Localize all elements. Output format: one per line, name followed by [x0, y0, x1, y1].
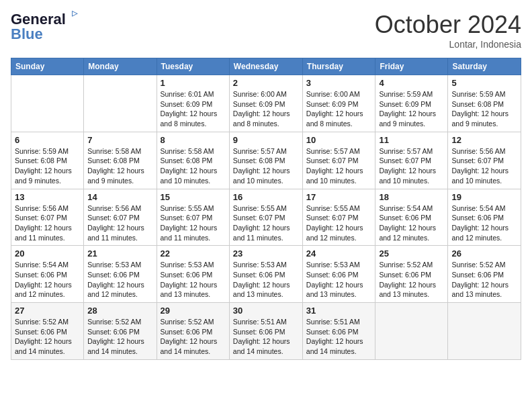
day-info: Sunrise: 5:56 AMSunset: 6:07 PMDaylight:… — [87, 203, 152, 243]
page-header: General ▹ Blue October 2024 Lontar, Indo… — [11, 11, 521, 50]
logo-bird-icon: ▹ — [72, 5, 78, 20]
day-info: Sunrise: 5:58 AMSunset: 6:08 PMDaylight:… — [161, 146, 226, 186]
col-header-sunday: Sunday — [11, 58, 84, 75]
day-number: 2 — [233, 78, 299, 88]
calendar-cell: 31Sunrise: 5:51 AMSunset: 6:06 PMDayligh… — [302, 303, 375, 360]
calendar-header-row: SundayMondayTuesdayWednesdayThursdayFrid… — [11, 58, 521, 75]
day-info: Sunrise: 5:53 AMSunset: 6:06 PMDaylight:… — [161, 260, 226, 300]
calendar-cell: 20Sunrise: 5:54 AMSunset: 6:06 PMDayligh… — [11, 246, 84, 303]
day-number: 21 — [87, 248, 152, 259]
logo-general: General — [11, 11, 66, 28]
day-info: Sunrise: 6:00 AMSunset: 6:09 PMDaylight:… — [306, 89, 372, 129]
day-number: 19 — [451, 192, 517, 202]
day-number: 28 — [87, 306, 152, 316]
calendar-cell: 25Sunrise: 5:52 AMSunset: 6:06 PMDayligh… — [375, 246, 448, 303]
logo: General ▹ Blue — [11, 11, 66, 43]
calendar-cell: 22Sunrise: 5:53 AMSunset: 6:06 PMDayligh… — [157, 246, 229, 303]
day-info: Sunrise: 5:51 AMSunset: 6:06 PMDaylight:… — [306, 317, 372, 357]
calendar-cell: 12Sunrise: 5:56 AMSunset: 6:07 PMDayligh… — [448, 132, 521, 189]
col-header-friday: Friday — [375, 58, 448, 75]
calendar-cell: 19Sunrise: 5:54 AMSunset: 6:06 PMDayligh… — [448, 189, 521, 246]
day-number: 11 — [379, 135, 444, 145]
calendar-cell — [84, 75, 157, 132]
day-number: 1 — [161, 78, 226, 88]
day-info: Sunrise: 5:54 AMSunset: 6:06 PMDaylight:… — [451, 203, 517, 243]
col-header-tuesday: Tuesday — [157, 58, 229, 75]
calendar-cell: 15Sunrise: 5:55 AMSunset: 6:07 PMDayligh… — [157, 189, 229, 246]
day-info: Sunrise: 5:59 AMSunset: 6:08 PMDaylight:… — [451, 89, 517, 129]
calendar-cell: 29Sunrise: 5:52 AMSunset: 6:06 PMDayligh… — [157, 303, 229, 360]
day-info: Sunrise: 5:55 AMSunset: 6:07 PMDaylight:… — [306, 203, 372, 243]
calendar-cell: 18Sunrise: 5:54 AMSunset: 6:06 PMDayligh… — [375, 189, 448, 246]
calendar-cell: 11Sunrise: 5:57 AMSunset: 6:07 PMDayligh… — [375, 132, 448, 189]
calendar-cell: 16Sunrise: 5:55 AMSunset: 6:07 PMDayligh… — [229, 189, 302, 246]
calendar-cell: 5Sunrise: 5:59 AMSunset: 6:08 PMDaylight… — [448, 75, 521, 132]
day-info: Sunrise: 5:55 AMSunset: 6:07 PMDaylight:… — [161, 203, 226, 243]
calendar-week-1: 1Sunrise: 6:01 AMSunset: 6:09 PMDaylight… — [11, 75, 521, 132]
day-number: 30 — [233, 306, 299, 316]
day-info: Sunrise: 5:57 AMSunset: 6:07 PMDaylight:… — [306, 146, 372, 186]
day-info: Sunrise: 6:00 AMSunset: 6:09 PMDaylight:… — [233, 89, 299, 129]
col-header-wednesday: Wednesday — [229, 58, 302, 75]
day-info: Sunrise: 5:53 AMSunset: 6:06 PMDaylight:… — [233, 260, 299, 300]
day-number: 22 — [161, 248, 226, 259]
day-info: Sunrise: 5:53 AMSunset: 6:06 PMDaylight:… — [306, 260, 372, 300]
day-number: 29 — [161, 306, 226, 316]
day-number: 9 — [233, 135, 299, 145]
day-number: 6 — [15, 135, 80, 145]
calendar-cell: 2Sunrise: 6:00 AMSunset: 6:09 PMDaylight… — [229, 75, 302, 132]
calendar-cell — [11, 75, 84, 132]
day-number: 5 — [451, 78, 517, 88]
day-number: 3 — [306, 78, 372, 88]
day-info: Sunrise: 5:54 AMSunset: 6:06 PMDaylight:… — [15, 260, 80, 300]
calendar-cell: 14Sunrise: 5:56 AMSunset: 6:07 PMDayligh… — [84, 189, 157, 246]
calendar-cell: 1Sunrise: 6:01 AMSunset: 6:09 PMDaylight… — [157, 75, 229, 132]
col-header-thursday: Thursday — [302, 58, 375, 75]
calendar-table: SundayMondayTuesdayWednesdayThursdayFrid… — [11, 58, 521, 360]
day-number: 24 — [306, 248, 372, 259]
day-info: Sunrise: 5:53 AMSunset: 6:06 PMDaylight:… — [87, 260, 152, 300]
day-info: Sunrise: 5:54 AMSunset: 6:06 PMDaylight:… — [379, 203, 444, 243]
day-number: 13 — [15, 192, 80, 202]
calendar-cell: 28Sunrise: 5:52 AMSunset: 6:06 PMDayligh… — [84, 303, 157, 360]
day-number: 27 — [15, 306, 80, 316]
calendar-cell: 8Sunrise: 5:58 AMSunset: 6:08 PMDaylight… — [157, 132, 229, 189]
calendar-cell — [448, 303, 521, 360]
day-number: 14 — [87, 192, 152, 202]
calendar-cell: 26Sunrise: 5:52 AMSunset: 6:06 PMDayligh… — [448, 246, 521, 303]
title-block: October 2024 Lontar, Indonesia — [375, 11, 521, 50]
day-info: Sunrise: 5:52 AMSunset: 6:06 PMDaylight:… — [15, 317, 80, 357]
calendar-cell: 7Sunrise: 5:58 AMSunset: 6:08 PMDaylight… — [84, 132, 157, 189]
day-number: 31 — [306, 306, 372, 316]
day-number: 10 — [306, 135, 372, 145]
day-info: Sunrise: 6:01 AMSunset: 6:09 PMDaylight:… — [161, 89, 226, 129]
day-info: Sunrise: 5:52 AMSunset: 6:06 PMDaylight:… — [451, 260, 517, 300]
calendar-cell: 23Sunrise: 5:53 AMSunset: 6:06 PMDayligh… — [229, 246, 302, 303]
month-title: October 2024 — [375, 11, 521, 39]
day-number: 20 — [15, 248, 80, 259]
calendar-cell: 10Sunrise: 5:57 AMSunset: 6:07 PMDayligh… — [302, 132, 375, 189]
col-header-saturday: Saturday — [448, 58, 521, 75]
calendar-week-5: 27Sunrise: 5:52 AMSunset: 6:06 PMDayligh… — [11, 303, 521, 360]
day-info: Sunrise: 5:52 AMSunset: 6:06 PMDaylight:… — [379, 260, 444, 300]
calendar-cell — [375, 303, 448, 360]
day-info: Sunrise: 5:52 AMSunset: 6:06 PMDaylight:… — [87, 317, 152, 357]
day-info: Sunrise: 5:57 AMSunset: 6:08 PMDaylight:… — [233, 146, 299, 186]
day-info: Sunrise: 5:57 AMSunset: 6:07 PMDaylight:… — [379, 146, 444, 186]
calendar-cell: 27Sunrise: 5:52 AMSunset: 6:06 PMDayligh… — [11, 303, 84, 360]
calendar-cell: 17Sunrise: 5:55 AMSunset: 6:07 PMDayligh… — [302, 189, 375, 246]
day-info: Sunrise: 5:58 AMSunset: 6:08 PMDaylight:… — [87, 146, 152, 186]
calendar-cell: 3Sunrise: 6:00 AMSunset: 6:09 PMDaylight… — [302, 75, 375, 132]
calendar-cell: 30Sunrise: 5:51 AMSunset: 6:06 PMDayligh… — [229, 303, 302, 360]
location: Lontar, Indonesia — [375, 39, 521, 50]
calendar-cell: 21Sunrise: 5:53 AMSunset: 6:06 PMDayligh… — [84, 246, 157, 303]
calendar-cell: 24Sunrise: 5:53 AMSunset: 6:06 PMDayligh… — [302, 246, 375, 303]
col-header-monday: Monday — [84, 58, 157, 75]
calendar-cell: 13Sunrise: 5:56 AMSunset: 6:07 PMDayligh… — [11, 189, 84, 246]
day-info: Sunrise: 5:59 AMSunset: 6:08 PMDaylight:… — [15, 146, 80, 186]
day-number: 8 — [161, 135, 226, 145]
day-number: 15 — [161, 192, 226, 202]
calendar-week-2: 6Sunrise: 5:59 AMSunset: 6:08 PMDaylight… — [11, 132, 521, 189]
calendar-cell: 9Sunrise: 5:57 AMSunset: 6:08 PMDaylight… — [229, 132, 302, 189]
day-number: 26 — [451, 248, 517, 259]
